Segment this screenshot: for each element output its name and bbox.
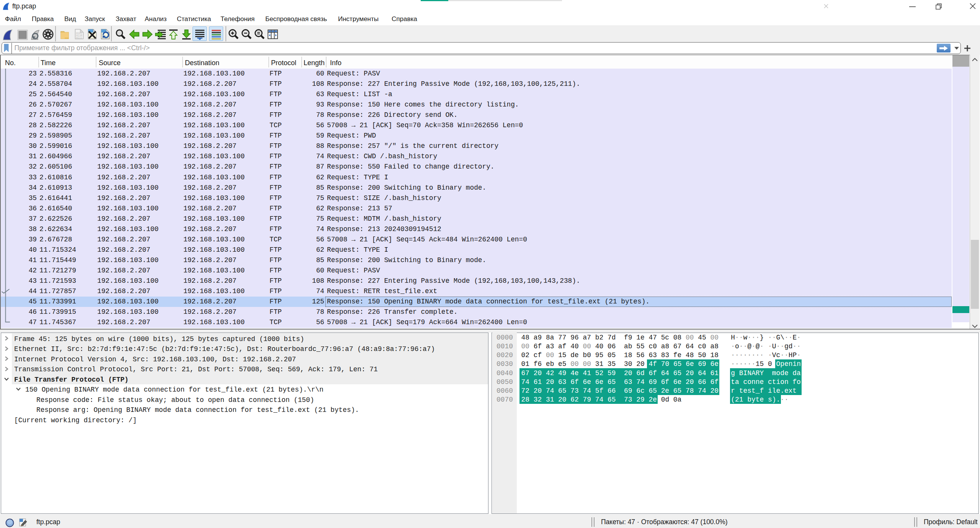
svg-text:0111: 0111: [76, 37, 82, 39]
